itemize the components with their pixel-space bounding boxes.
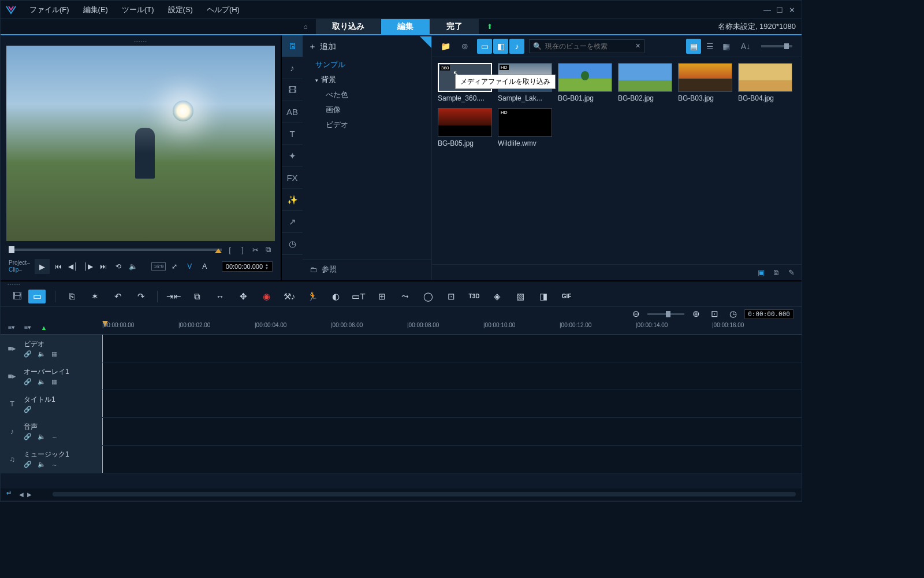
ruler-track[interactable]: |00:00:00.00|00:00:02.00|00:00:04.00|00:… — [102, 321, 802, 334]
timeline-mode[interactable]: ▭ — [28, 290, 46, 303]
thumb-item[interactable]: HDWildlife.wmv — [498, 108, 552, 147]
tl-undo[interactable]: ↶ — [111, 290, 125, 303]
thumb-item[interactable]: BG-B05.jpg — [438, 108, 492, 147]
tab-import[interactable]: 取り込み — [316, 19, 381, 34]
tl-crop[interactable]: ⧉ — [190, 290, 204, 303]
thumb-item[interactable]: BG-B04.jpg — [738, 63, 792, 102]
menu-settings[interactable]: 設定(S) — [162, 2, 199, 17]
search-input[interactable] — [545, 42, 632, 50]
tl-3d-title[interactable]: T3D — [467, 290, 481, 303]
panel-grip[interactable]: •••••• — [4, 39, 277, 43]
tl-duration[interactable]: ◷ — [726, 307, 740, 321]
sidetab-fx[interactable]: FX — [282, 167, 303, 189]
tl-chroma[interactable]: ◐ — [329, 290, 342, 303]
track-control[interactable]: ～ — [51, 461, 58, 469]
split-icon[interactable]: ✂ — [251, 245, 260, 254]
snapshot-icon[interactable]: ⧉ — [263, 245, 273, 254]
track-header[interactable]: ♫ミュージック1🔗🔈～ — [1, 446, 102, 473]
track-header[interactable]: ♪音声🔗🔈～ — [1, 418, 102, 445]
tl-lens[interactable]: ▧ — [513, 290, 527, 303]
mark-in-icon[interactable]: [ — [225, 245, 234, 254]
scroll-mode-icon[interactable]: ⇄ — [6, 490, 16, 499]
scrub-head[interactable] — [9, 246, 14, 253]
tl-track-motion[interactable]: ⤳ — [398, 290, 412, 303]
add-folder-button[interactable]: ＋追加 — [308, 42, 336, 52]
aspect-badge[interactable]: 16:9 — [151, 262, 166, 271]
track-control[interactable]: 🔗 — [24, 433, 32, 442]
timeline-timecode[interactable]: 0:00:00.000 — [744, 309, 793, 319]
track-control[interactable]: 🔗 — [24, 461, 32, 469]
tl-pan[interactable]: ✥ — [236, 290, 250, 303]
tl-fit[interactable]: ⇥⇤ — [167, 290, 181, 303]
tl-attributes[interactable]: ✶ — [88, 290, 102, 303]
tl-mask[interactable]: ◈ — [490, 290, 504, 303]
view-list[interactable]: ☰ — [702, 39, 717, 54]
preview-viewport[interactable] — [6, 46, 275, 241]
scroll-right[interactable]: ▶ — [27, 491, 32, 498]
track-body[interactable] — [102, 418, 802, 445]
tl-resize-h[interactable]: ↔ — [213, 290, 227, 303]
filter-all[interactable]: ▭ — [477, 39, 492, 54]
thumb-item[interactable]: BG-B03.jpg — [678, 63, 732, 102]
track-opts-1[interactable]: ≡▾ — [6, 323, 17, 333]
timeline-grip[interactable]: •••••• — [1, 281, 802, 286]
browse-button[interactable]: 🗀参照 — [303, 259, 431, 279]
track-header[interactable]: Tタイトル1🔗 — [1, 390, 102, 417]
capture-button[interactable]: ⊚ — [457, 39, 472, 54]
menu-help[interactable]: ヘルプ(H) — [201, 2, 245, 17]
preview-timecode[interactable]: 00:00:00.000 ▲▼ — [222, 261, 273, 272]
track-control[interactable]: 🔈 — [38, 461, 46, 469]
sidetab-graphics[interactable]: ✦ — [282, 145, 303, 167]
tree-background[interactable]: ▾背景 — [303, 72, 431, 87]
tl-split-screen[interactable]: ◨ — [536, 290, 550, 303]
footer-edit-icon[interactable]: ✎ — [785, 267, 797, 279]
tl-copy[interactable]: ⎘ — [65, 290, 79, 303]
filter-photo[interactable]: ◧ — [493, 39, 508, 54]
sidetab-media[interactable]: 🖺 — [282, 35, 303, 57]
prev-frame-button[interactable]: ◀│ — [67, 260, 80, 273]
minimize-button[interactable]: — — [763, 6, 772, 14]
track-body[interactable] — [102, 335, 802, 362]
sort-button[interactable]: A↓ — [738, 39, 753, 54]
tl-zoom-in[interactable]: ⊕ — [689, 307, 703, 321]
track-control[interactable]: ▦ — [51, 350, 57, 358]
tree-solid[interactable]: べた色 — [303, 87, 431, 102]
sidetab-text[interactable]: T — [282, 123, 303, 145]
sidetab-title[interactable]: AB — [282, 101, 303, 123]
track-control[interactable]: 🔗 — [24, 350, 32, 358]
sidetab-path[interactable]: ↗ — [282, 211, 303, 233]
import-media-button[interactable]: 📁 — [438, 39, 453, 54]
track-control[interactable]: 🔈 — [38, 433, 46, 442]
thumb-item[interactable]: BG-B01.jpg — [558, 63, 612, 102]
menu-tools[interactable]: ツール(T) — [116, 2, 160, 17]
storyboard-mode[interactable]: 🎞 — [9, 290, 26, 303]
track-control[interactable]: 🔗 — [24, 378, 32, 386]
close-button[interactable]: ✕ — [789, 6, 797, 14]
timeline-scrollbar[interactable] — [53, 492, 796, 497]
sidetab-audio[interactable]: ♪ — [282, 57, 303, 79]
track-body[interactable] — [102, 390, 802, 417]
thumb-zoom-slider[interactable] — [761, 45, 792, 47]
volume-button[interactable]: 🔈 — [127, 260, 140, 273]
view-film[interactable]: ▤ — [686, 39, 701, 54]
thumb-item[interactable]: BG-B02.jpg — [618, 63, 672, 102]
a-indicator[interactable]: A — [198, 260, 211, 273]
scrub-end-marker[interactable] — [215, 249, 222, 253]
track-control[interactable]: 🔗 — [24, 406, 32, 413]
track-control[interactable]: 🔈 — [38, 350, 46, 358]
scroll-left[interactable]: ◀ — [19, 491, 24, 498]
track-body[interactable] — [102, 446, 802, 473]
tree-video[interactable]: ビデオ — [303, 117, 431, 132]
home-tab[interactable]: ⌂ — [295, 19, 316, 34]
tab-edit[interactable]: 編集 — [381, 19, 430, 34]
sidetab-magic[interactable]: ✨ — [282, 189, 303, 211]
tl-motion[interactable]: ◯ — [421, 290, 435, 303]
track-body[interactable] — [102, 362, 802, 390]
loop-button[interactable]: ⟲ — [112, 260, 125, 273]
mark-out-icon[interactable]: ] — [238, 245, 247, 254]
pin-icon[interactable] — [420, 36, 431, 48]
tab-done[interactable]: 完了 — [430, 19, 479, 34]
v-indicator[interactable]: V — [183, 260, 196, 273]
tl-gif[interactable]: GIF — [560, 290, 573, 303]
tl-speed[interactable]: 🏃 — [305, 290, 319, 303]
